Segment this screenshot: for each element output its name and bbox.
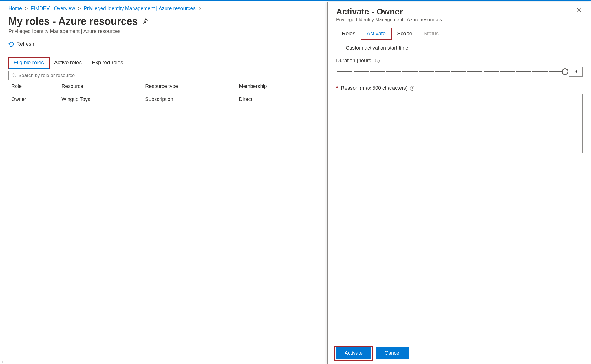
close-icon[interactable] [576,7,583,14]
panel-tab-activate[interactable]: Activate [361,28,392,40]
cell-membership: Direct [236,93,318,106]
required-indicator: * [336,85,338,91]
roles-tabs: Eligible roles Active roles Expired role… [8,57,318,69]
breadcrumb-fimdev[interactable]: FIMDEV | Overview [31,6,75,12]
refresh-icon [8,41,14,47]
cancel-button[interactable]: Cancel [376,347,409,359]
page-title: My roles - Azure resources [8,16,138,27]
activate-button[interactable]: Activate [336,347,371,359]
chevron-right-icon: > [25,6,28,12]
slider-thumb[interactable] [562,68,568,75]
col-resource[interactable]: Resource [59,80,142,93]
panel-subtitle: Privileged Identity Management | Azure r… [336,17,583,23]
panel-tab-status: Status [418,28,444,40]
activate-panel: Activate - Owner Privileged Identity Man… [327,2,591,364]
pin-icon[interactable] [142,18,148,25]
panel-tab-scope[interactable]: Scope [391,28,418,40]
duration-value[interactable]: 8 [569,67,583,77]
chevron-right-icon: > [78,6,81,12]
search-icon [12,73,16,78]
reason-label: Reason (max 500 characters) [341,85,408,91]
cell-resource-type: Subscription [142,93,236,106]
panel-tabs: Roles Activate Scope Status [336,28,583,40]
info-icon[interactable]: i [375,59,380,63]
tab-eligible-roles[interactable]: Eligible roles [8,57,49,69]
svg-line-1 [15,76,16,77]
refresh-label: Refresh [16,41,34,47]
col-membership[interactable]: Membership [236,80,318,93]
breadcrumb-pim[interactable]: Privileged Identity Management | Azure r… [84,6,196,12]
refresh-button[interactable]: Refresh [8,41,318,47]
col-role[interactable]: Role [8,80,59,93]
breadcrumb: Home > FIMDEV | Overview > Privileged Id… [8,6,318,12]
table-row[interactable]: Owner Wingtip Toys Subscription Direct [8,93,318,106]
roles-table: Role Resource Resource type Membership O… [8,80,318,106]
col-resource-type[interactable]: Resource type [142,80,236,93]
panel-title: Activate - Owner [336,7,403,16]
chevron-right-icon: > [199,6,202,12]
reason-textarea[interactable] [336,94,583,153]
scroll-left-icon[interactable]: ◂ [0,359,327,364]
svg-point-0 [12,74,15,76]
custom-start-label: Custom activation start time [346,45,408,51]
cell-resource: Wingtip Toys [59,93,142,106]
panel-tab-roles[interactable]: Roles [336,28,361,40]
search-input[interactable] [18,73,315,78]
search-bar[interactable] [8,71,318,80]
duration-slider[interactable] [336,71,565,72]
tab-expired-roles[interactable]: Expired roles [87,57,128,69]
custom-start-checkbox[interactable] [336,45,342,51]
breadcrumb-home[interactable]: Home [8,6,22,12]
tab-active-roles[interactable]: Active roles [49,57,87,69]
duration-label: Duration (hours) [336,58,373,64]
cell-role: Owner [8,93,59,106]
info-icon[interactable]: i [410,86,414,91]
page-subtitle: Privileged Identity Management | Azure r… [8,28,318,34]
